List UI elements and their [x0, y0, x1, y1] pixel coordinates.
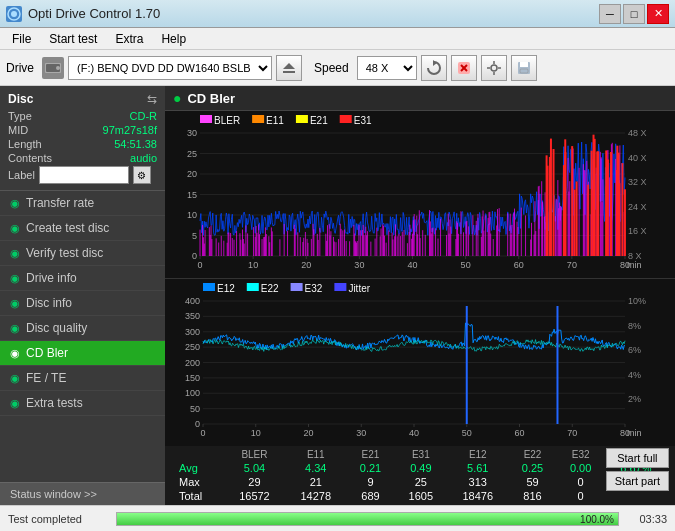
stats-total-label: Total — [173, 489, 224, 503]
sidebar-item-label-extra-tests: Extra tests — [26, 396, 83, 410]
sidebar-item-label-drive-info: Drive info — [26, 271, 77, 285]
eject-button[interactable] — [276, 55, 302, 81]
disc-panel: Disc ⇆ Type CD-R MID 97m27s18f Length 54… — [0, 86, 165, 191]
stats-avg-e22: 0.25 — [508, 461, 556, 475]
disc-mid-row: MID 97m27s18f — [8, 124, 157, 136]
disc-length-value: 54:51.38 — [114, 138, 157, 150]
stats-col-e22: E22 — [508, 448, 556, 461]
stats-max-bler: 29 — [224, 475, 285, 489]
stats-header-row: BLER E11 E21 E31 E12 E22 E32 Jitter — [173, 448, 667, 461]
menu-bar: File Start test Extra Help — [0, 28, 675, 50]
disc-label-row: Label ⚙ — [8, 166, 157, 184]
stats-max-e21: 9 — [346, 475, 394, 489]
start-full-button[interactable]: Start full — [606, 448, 669, 468]
sidebar-item-label-transfer-rate: Transfer rate — [26, 196, 94, 210]
menu-help[interactable]: Help — [153, 30, 194, 48]
sidebar-item-transfer-rate[interactable]: ◉ Transfer rate — [0, 191, 165, 216]
title-bar-left: Opti Drive Control 1.70 — [6, 6, 160, 22]
refresh-button[interactable] — [421, 55, 447, 81]
svg-point-11 — [491, 65, 497, 71]
stats-total-e11: 14278 — [285, 489, 346, 503]
stats-max-label: Max — [173, 475, 224, 489]
stats-max-e31: 25 — [395, 475, 448, 489]
disc-toggle[interactable]: ⇆ — [147, 92, 157, 106]
bler-chart-canvas — [165, 111, 675, 278]
stats-col-label — [173, 448, 224, 461]
svg-rect-18 — [520, 69, 528, 73]
save-button[interactable] — [511, 55, 537, 81]
disc-label-label: Label — [8, 169, 35, 181]
disc-info-icon: ◉ — [10, 297, 20, 310]
disc-quality-icon: ◉ — [10, 322, 20, 335]
sidebar-item-label-create-test-disc: Create test disc — [26, 221, 109, 235]
menu-extra[interactable]: Extra — [107, 30, 151, 48]
sidebar-item-cd-bler[interactable]: ◉ CD Bler — [0, 341, 165, 366]
stats-total-jitter — [605, 489, 667, 503]
bler-chart — [165, 111, 675, 279]
disc-label-input[interactable] — [39, 166, 129, 184]
cd-bler-icon: ◉ — [10, 347, 20, 360]
sidebar-item-disc-quality[interactable]: ◉ Disc quality — [0, 316, 165, 341]
app-title: Opti Drive Control 1.70 — [28, 6, 160, 21]
stats-avg-e21: 0.21 — [346, 461, 394, 475]
stats-total-row: Total 16572 14278 689 1605 18476 816 0 — [173, 489, 667, 503]
disc-contents-row: Contents audio — [8, 152, 157, 164]
sidebar-item-disc-info[interactable]: ◉ Disc info — [0, 291, 165, 316]
title-bar: Opti Drive Control 1.70 ─ □ ✕ — [0, 0, 675, 28]
jitter-chart — [165, 279, 675, 447]
stats-col-e31: E31 — [395, 448, 448, 461]
drive-icon — [42, 57, 64, 79]
status-window-button[interactable]: Status window >> — [0, 482, 165, 505]
verify-test-disc-icon: ◉ — [10, 247, 20, 260]
start-part-button[interactable]: Start part — [606, 471, 669, 491]
disc-contents-label: Contents — [8, 152, 52, 164]
disc-length-label: Length — [8, 138, 42, 150]
sidebar-item-fe-te[interactable]: ◉ FE / TE — [0, 366, 165, 391]
options-button[interactable] — [481, 55, 507, 81]
disc-mid-value: 97m27s18f — [103, 124, 157, 136]
stats-max-e22: 59 — [508, 475, 556, 489]
drive-select[interactable]: (F:) BENQ DVD DD DW1640 BSLB — [68, 56, 272, 80]
stats-col-e32: E32 — [557, 448, 605, 461]
sidebar-item-create-test-disc[interactable]: ◉ Create test disc — [0, 216, 165, 241]
stats-total-e31: 1605 — [395, 489, 448, 503]
stats-col-e11: E11 — [285, 448, 346, 461]
stats-avg-e12: 5.61 — [447, 461, 508, 475]
menu-file[interactable]: File — [4, 30, 39, 48]
main-area: Disc ⇆ Type CD-R MID 97m27s18f Length 54… — [0, 86, 675, 505]
stats-col-bler: BLER — [224, 448, 285, 461]
clear-button[interactable] — [451, 55, 477, 81]
disc-length-row: Length 54:51.38 — [8, 138, 157, 150]
sidebar-item-extra-tests[interactable]: ◉ Extra tests — [0, 391, 165, 416]
close-button[interactable]: ✕ — [647, 4, 669, 24]
app-icon — [6, 6, 22, 22]
svg-marker-5 — [283, 63, 295, 69]
stats-avg-bler: 5.04 — [224, 461, 285, 475]
menu-start-test[interactable]: Start test — [41, 30, 105, 48]
jitter-chart-canvas — [165, 279, 675, 446]
sidebar-item-drive-info[interactable]: ◉ Drive info — [0, 266, 165, 291]
stats-total-e22: 816 — [508, 489, 556, 503]
sidebar-item-verify-test-disc[interactable]: ◉ Verify test disc — [0, 241, 165, 266]
sidebar-item-label-disc-info: Disc info — [26, 296, 72, 310]
disc-title: Disc — [8, 92, 33, 106]
disc-label-btn[interactable]: ⚙ — [133, 166, 151, 184]
svg-marker-7 — [433, 60, 437, 66]
chart-title: CD Bler — [187, 91, 235, 106]
stats-avg-row: Avg 5.04 4.34 0.21 0.49 5.61 0.25 0.00 6… — [173, 461, 667, 475]
svg-rect-17 — [520, 62, 528, 67]
stats-col-e21: E21 — [346, 448, 394, 461]
speed-select[interactable]: 48 X — [357, 56, 417, 80]
content-area: ● CD Bler BLER E11 E21 E31 E12 — [165, 86, 675, 505]
toolbar: Drive (F:) BENQ DVD DD DW1640 BSLB Speed… — [0, 50, 675, 86]
maximize-button[interactable]: □ — [623, 4, 645, 24]
sidebar-item-label-cd-bler: CD Bler — [26, 346, 68, 360]
drive-label: Drive — [6, 61, 34, 75]
time-display: 03:33 — [627, 513, 667, 525]
sidebar-item-label-fe-te: FE / TE — [26, 371, 66, 385]
stats-table: BLER E11 E21 E31 E12 E22 E32 Jitter Avg … — [173, 448, 667, 503]
minimize-button[interactable]: ─ — [599, 4, 621, 24]
stats-col-e12: E12 — [447, 448, 508, 461]
sidebar-item-label-verify-test-disc: Verify test disc — [26, 246, 103, 260]
fe-te-icon: ◉ — [10, 372, 20, 385]
